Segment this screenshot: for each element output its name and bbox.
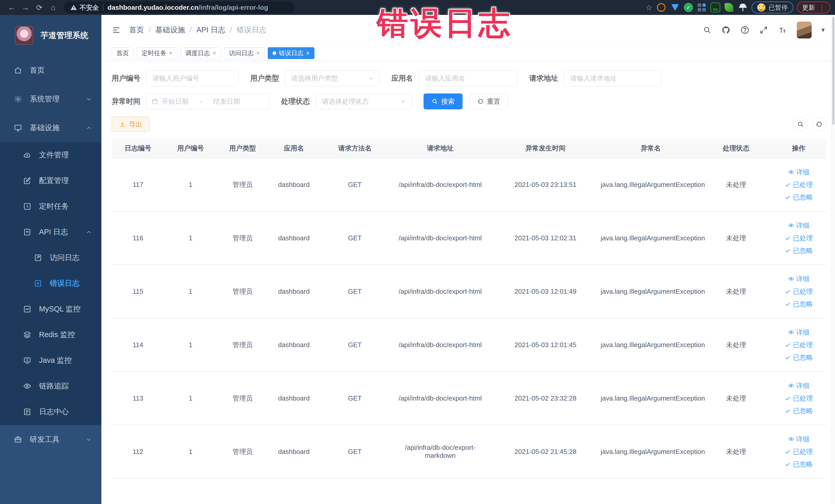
- tab-access-log[interactable]: 访问日志×: [224, 47, 265, 59]
- mark-ignored-link[interactable]: 已忽略: [785, 460, 813, 469]
- home-icon[interactable]: ⌂: [46, 2, 60, 13]
- tab-schedule-log[interactable]: 调度日志×: [180, 47, 221, 59]
- update-button[interactable]: 更新 ⋮: [797, 2, 830, 13]
- mark-processed-link[interactable]: 已处理: [785, 180, 813, 189]
- mark-processed-link[interactable]: 已处理: [785, 287, 813, 296]
- scrollbar-thumb[interactable]: [832, 17, 834, 125]
- detail-link[interactable]: 详细: [788, 168, 810, 177]
- sidebar-item-dev-tools[interactable]: 研发工具: [0, 425, 101, 454]
- extension-leaf-icon[interactable]: [724, 2, 734, 13]
- close-icon[interactable]: ×: [256, 50, 260, 56]
- kebab-menu-icon[interactable]: ⋮: [819, 4, 825, 12]
- reset-button[interactable]: 重置: [470, 94, 508, 109]
- col-user-id: 用户编号: [164, 144, 217, 153]
- detail-link[interactable]: 详细: [788, 328, 810, 337]
- toggle-search-button[interactable]: [794, 117, 808, 131]
- col-exception-name: 异常名: [600, 144, 701, 153]
- refresh-button[interactable]: [812, 117, 826, 131]
- mark-processed-link[interactable]: 已处理: [785, 394, 813, 403]
- breadcrumb-current: 错误日志: [237, 25, 266, 35]
- sidebar-item-api-log[interactable]: API 日志: [0, 219, 101, 245]
- cell-process-status: 未处理: [701, 234, 771, 243]
- sidebar-item-config-manage[interactable]: 配置管理: [0, 168, 101, 194]
- avatar-caret-icon[interactable]: ▾: [821, 26, 825, 34]
- sidebar-item-java-monitor[interactable]: Java 监控: [0, 348, 101, 373]
- sidebar-item-infra[interactable]: 基础设施: [0, 114, 101, 142]
- user-avatar[interactable]: [797, 22, 812, 39]
- sidebar-item-log-center[interactable]: 日志中心: [0, 399, 101, 425]
- mark-ignored-link[interactable]: 已忽略: [785, 246, 813, 255]
- clock-icon: [23, 202, 32, 210]
- sidebar-item-access-log[interactable]: 访问日志: [0, 245, 101, 270]
- mark-ignored-link[interactable]: 已忽略: [785, 406, 813, 416]
- detail-link[interactable]: 详细: [788, 381, 810, 390]
- sidebar-item-file-manage[interactable]: 文件管理: [0, 142, 101, 168]
- app-name-input[interactable]: [419, 70, 517, 86]
- fullscreen-icon[interactable]: [759, 26, 768, 35]
- forward-icon[interactable]: →: [19, 2, 32, 13]
- extension-on-badge-icon[interactable]: on: [711, 3, 720, 12]
- hamburger-icon[interactable]: [111, 25, 121, 35]
- close-icon[interactable]: ×: [212, 50, 216, 56]
- help-icon[interactable]: [740, 25, 750, 35]
- scrollbar[interactable]: [831, 15, 835, 504]
- export-button[interactable]: 导出: [111, 117, 150, 132]
- user-id-input[interactable]: [146, 70, 239, 86]
- sidebar-item-redis-monitor[interactable]: Redis 监控: [0, 322, 101, 348]
- cell-actions: 详细 已处理 已忽略: [771, 168, 826, 202]
- detail-link[interactable]: 详细: [788, 435, 810, 444]
- mark-processed-link[interactable]: 已处理: [785, 340, 813, 349]
- extension-shield-icon[interactable]: [670, 2, 680, 13]
- tab-scheduled-jobs[interactable]: 定时任务×: [137, 47, 177, 59]
- extension-check-icon[interactable]: ✓: [684, 3, 693, 12]
- cell-exception-name: java.lang.IllegalArgumentException: [600, 234, 701, 242]
- process-status-select[interactable]: 请选择处理状态: [315, 94, 412, 109]
- mark-processed-link[interactable]: 已处理: [785, 234, 813, 243]
- back-icon[interactable]: ←: [5, 2, 19, 13]
- sidebar-item-error-log[interactable]: 错误日志: [0, 270, 101, 296]
- breadcrumb-infra[interactable]: 基础设施: [155, 25, 185, 35]
- address-bar[interactable]: 不安全 dashboard.yudao.iocoder.cn /infra/lo…: [64, 2, 295, 13]
- exception-time-range-picker[interactable]: 开始日期 - 结束日期: [146, 94, 269, 109]
- detail-link[interactable]: 详细: [788, 275, 810, 283]
- bookmark-star-icon[interactable]: ☆: [646, 3, 652, 12]
- sidebar-item-mysql-monitor[interactable]: MySQL 监控: [0, 296, 101, 322]
- mark-ignored-link[interactable]: 已忽略: [785, 193, 813, 202]
- tab-error-log[interactable]: 错误日志×: [268, 47, 314, 59]
- paused-badge[interactable]: 已暂停: [752, 2, 793, 13]
- table-row: 113 1 管理员 dashboard GET /api/infra/db-do…: [111, 372, 826, 425]
- mark-processed-link[interactable]: 已处理: [785, 447, 813, 456]
- col-request-url: 请求地址: [390, 144, 490, 153]
- sidebar-item-home[interactable]: 首页: [0, 56, 101, 85]
- close-icon[interactable]: ×: [169, 50, 172, 56]
- user-type-select[interactable]: 请选择用户类型: [285, 70, 380, 86]
- github-icon[interactable]: [721, 25, 731, 35]
- search-button[interactable]: 搜索: [424, 94, 463, 109]
- cell-user-type: 管理员: [217, 180, 268, 189]
- security-warning-icon[interactable]: [70, 4, 77, 11]
- search-icon[interactable]: [703, 26, 712, 35]
- cell-process-status: 未处理: [701, 447, 771, 456]
- user-id-label: 用户编号: [111, 74, 140, 83]
- sidebar-item-scheduled-jobs[interactable]: 定时任务: [0, 194, 101, 219]
- detail-link[interactable]: 详细: [788, 221, 810, 230]
- extension-grid-icon[interactable]: [697, 2, 707, 13]
- sidebar-logo-row[interactable]: 芋道管理系统: [0, 15, 101, 56]
- extension-pin-icon[interactable]: [738, 2, 748, 13]
- reload-icon[interactable]: ⟳: [32, 2, 46, 13]
- breadcrumb-home[interactable]: 首页: [129, 25, 144, 35]
- sidebar-item-system[interactable]: 系统管理: [0, 85, 101, 114]
- request-url-input[interactable]: [564, 70, 661, 86]
- extension-orange-icon[interactable]: [656, 2, 666, 13]
- cell-user-type: 管理员: [217, 287, 268, 296]
- cell-app-name: dashboard: [268, 287, 320, 296]
- mark-ignored-link[interactable]: 已忽略: [785, 300, 813, 309]
- close-icon[interactable]: ×: [306, 50, 309, 56]
- tab-home[interactable]: 首页: [111, 47, 134, 59]
- font-size-icon[interactable]: [778, 25, 787, 35]
- breadcrumb-api-log[interactable]: API 日志: [196, 25, 225, 35]
- cell-exception-name: java.lang.IllegalArgumentException: [600, 341, 701, 349]
- mark-ignored-link[interactable]: 已忽略: [785, 353, 813, 362]
- sidebar-item-tracing[interactable]: 链路追踪: [0, 373, 101, 399]
- cell-request-method: GET: [320, 341, 390, 349]
